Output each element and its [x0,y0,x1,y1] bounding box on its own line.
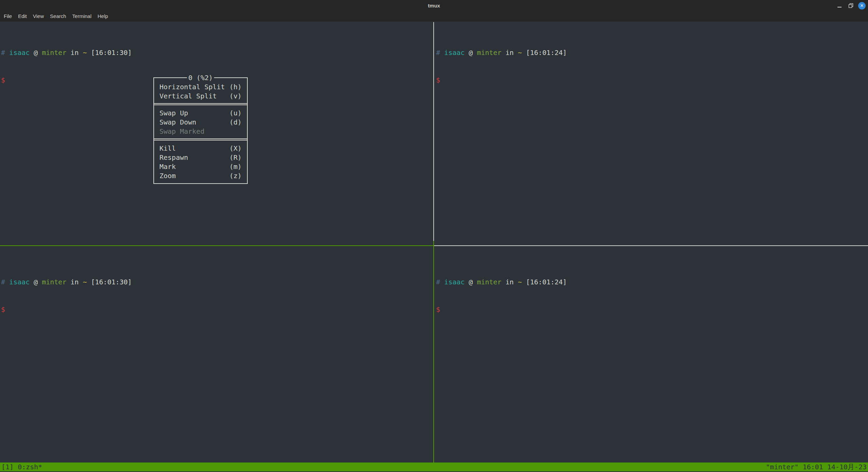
pane-bottom-left[interactable]: # isaac @ minter in ~ [16:01:30] $ [1,259,132,333]
menu-item-label: Vertical Split [159,92,217,101]
pane-border-vertical-bottom[interactable] [433,241,434,462]
prompt-symbol: $ [1,76,132,85]
menu-item-label: Kill [159,144,176,153]
menu-item-label: Horizontal Split [159,82,225,92]
minimize-button[interactable] [835,2,844,10]
pane-top-left[interactable]: # isaac @ minter in ~ [16:01:30] $ [1,30,132,103]
menu-item-key: (m) [229,162,242,171]
menu-item-key: (v) [229,92,242,101]
menu-item-label: Mark [159,162,176,171]
menu-item-swap-up[interactable]: Swap Up (u) [154,109,247,118]
prompt-symbol: $ [436,305,567,314]
prompt-symbol: $ [1,305,132,314]
menu-item-zoom[interactable]: Zoom (z) [154,171,247,181]
pane-top-right[interactable]: # isaac @ minter in ~ [16:01:24] $ [436,30,567,103]
terminal-window: tmux ✕ File Edit View Search Terminal He… [0,0,868,472]
menu-item-label: Swap Up [159,109,188,118]
menu-item-swap-marked: Swap Marked [154,127,247,136]
menu-item-vertical-split[interactable]: Vertical Split (v) [154,92,247,101]
restore-window-icon [848,3,853,8]
menu-item-swap-down[interactable]: Swap Down (d) [154,118,247,127]
menu-item-horizontal-split[interactable]: Horizontal Split (h) [154,82,247,92]
window-controls: ✕ [835,0,866,11]
close-icon: ✕ [858,2,866,10]
pane-border-horizontal-right[interactable] [434,245,868,246]
menu-item-respawn[interactable]: Respawn (R) [154,153,247,162]
terminal-screen: # isaac @ minter in ~ [16:01:30] $ # isa… [0,21,868,472]
menubar-item-help[interactable]: Help [95,11,111,21]
prompt-line: # isaac @ minter in ~ [16:01:24] [436,278,567,287]
menubar-item-search[interactable]: Search [47,11,69,21]
menubar-item-terminal[interactable]: Terminal [69,11,95,21]
maximize-button[interactable] [847,2,855,10]
menu-separator [154,103,247,105]
close-button[interactable]: ✕ [858,2,866,10]
titlebar[interactable]: tmux ✕ [0,0,868,11]
pane-border-horizontal-left[interactable] [0,245,433,246]
prompt-symbol: $ [436,76,567,85]
menu-item-label: Respawn [159,153,188,162]
menu-item-key: (h) [229,82,242,92]
minimize-icon [837,7,842,7]
menu-item-kill[interactable]: Kill (X) [154,144,247,153]
menu-title: 0 (%2) [187,73,214,82]
menu-item-label: Zoom [159,171,176,181]
menu-item-mark[interactable]: Mark (m) [154,162,247,171]
menubar-item-file[interactable]: File [1,11,15,21]
menu-separator [154,138,247,140]
status-session-info: "minter" 16:01 14-10月-23 [766,462,867,471]
status-window-list[interactable]: [1] 0:zsh* [1,462,42,471]
status-bar: [1] 0:zsh* "minter" 16:01 14-10月-23 [0,462,868,471]
menu-item-key: (R) [229,153,242,162]
menubar-item-edit[interactable]: Edit [15,11,30,21]
menu-item-label: Swap Marked [159,127,204,136]
tmux-pane-menu: 0 (%2) Horizontal Split (h) Vertical Spl… [153,77,248,184]
pane-bottom-right[interactable]: # isaac @ minter in ~ [16:01:24] $ [436,259,567,333]
menubar: File Edit View Search Terminal Help [0,11,868,21]
menu-item-key: (X) [229,144,242,153]
menu-item-label: Swap Down [159,118,196,127]
prompt-line: # isaac @ minter in ~ [16:01:24] [436,48,567,57]
prompt-line: # isaac @ minter in ~ [16:01:30] [1,278,132,287]
prompt-line: # isaac @ minter in ~ [16:01:30] [1,48,132,57]
menu-item-key: (z) [229,171,242,181]
menu-item-key: (u) [229,109,242,118]
pane-border-vertical-top[interactable] [433,22,434,241]
window-title: tmux [428,3,440,8]
menubar-item-view[interactable]: View [30,11,47,21]
menu-item-key: (d) [229,118,242,127]
